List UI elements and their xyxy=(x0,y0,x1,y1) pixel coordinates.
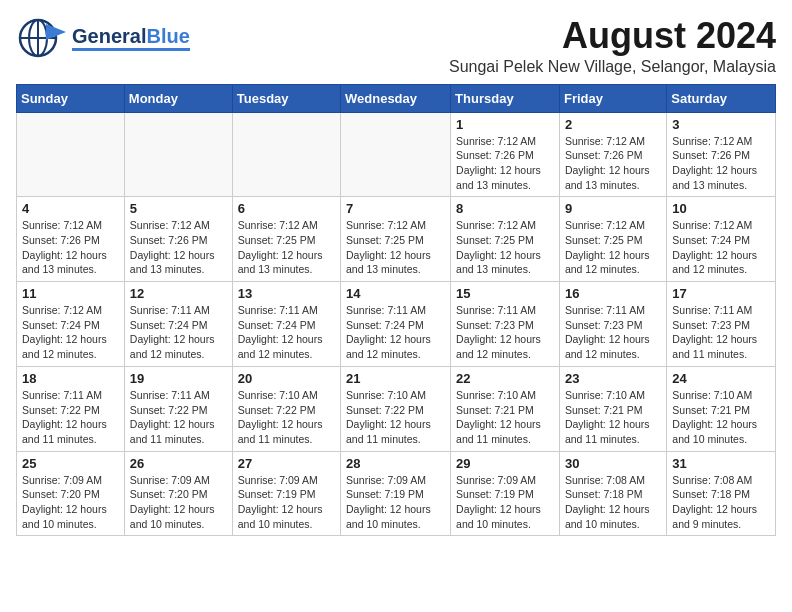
day-number: 15 xyxy=(456,286,554,301)
day-number: 14 xyxy=(346,286,445,301)
day-info: Sunrise: 7:11 AM Sunset: 7:23 PM Dayligh… xyxy=(672,303,770,362)
calendar-day-cell: 9Sunrise: 7:12 AM Sunset: 7:25 PM Daylig… xyxy=(559,197,666,282)
calendar-header-thursday: Thursday xyxy=(451,84,560,112)
day-info: Sunrise: 7:10 AM Sunset: 7:21 PM Dayligh… xyxy=(456,388,554,447)
day-number: 8 xyxy=(456,201,554,216)
day-info: Sunrise: 7:12 AM Sunset: 7:26 PM Dayligh… xyxy=(456,134,554,193)
day-number: 16 xyxy=(565,286,661,301)
day-info: Sunrise: 7:10 AM Sunset: 7:21 PM Dayligh… xyxy=(672,388,770,447)
calendar-header-tuesday: Tuesday xyxy=(232,84,340,112)
calendar-day-cell: 14Sunrise: 7:11 AM Sunset: 7:24 PM Dayli… xyxy=(341,282,451,367)
day-number: 20 xyxy=(238,371,335,386)
day-info: Sunrise: 7:10 AM Sunset: 7:21 PM Dayligh… xyxy=(565,388,661,447)
page-header: GeneralBlue August 2024 Sungai Pelek New… xyxy=(16,16,776,76)
calendar-day-cell: 21Sunrise: 7:10 AM Sunset: 7:22 PM Dayli… xyxy=(341,366,451,451)
calendar-day-cell: 19Sunrise: 7:11 AM Sunset: 7:22 PM Dayli… xyxy=(124,366,232,451)
calendar-day-cell: 11Sunrise: 7:12 AM Sunset: 7:24 PM Dayli… xyxy=(17,282,125,367)
day-number: 3 xyxy=(672,117,770,132)
day-number: 13 xyxy=(238,286,335,301)
calendar-day-cell: 29Sunrise: 7:09 AM Sunset: 7:19 PM Dayli… xyxy=(451,451,560,536)
calendar-day-cell: 17Sunrise: 7:11 AM Sunset: 7:23 PM Dayli… xyxy=(667,282,776,367)
day-info: Sunrise: 7:09 AM Sunset: 7:19 PM Dayligh… xyxy=(456,473,554,532)
calendar-day-cell: 15Sunrise: 7:11 AM Sunset: 7:23 PM Dayli… xyxy=(451,282,560,367)
day-number: 11 xyxy=(22,286,119,301)
calendar-day-cell: 6Sunrise: 7:12 AM Sunset: 7:25 PM Daylig… xyxy=(232,197,340,282)
day-info: Sunrise: 7:09 AM Sunset: 7:19 PM Dayligh… xyxy=(346,473,445,532)
calendar-day-cell: 7Sunrise: 7:12 AM Sunset: 7:25 PM Daylig… xyxy=(341,197,451,282)
calendar-header-wednesday: Wednesday xyxy=(341,84,451,112)
day-number: 29 xyxy=(456,456,554,471)
day-number: 25 xyxy=(22,456,119,471)
calendar-day-cell: 18Sunrise: 7:11 AM Sunset: 7:22 PM Dayli… xyxy=(17,366,125,451)
day-number: 31 xyxy=(672,456,770,471)
calendar-day-cell: 24Sunrise: 7:10 AM Sunset: 7:21 PM Dayli… xyxy=(667,366,776,451)
calendar-table: SundayMondayTuesdayWednesdayThursdayFrid… xyxy=(16,84,776,537)
day-info: Sunrise: 7:09 AM Sunset: 7:20 PM Dayligh… xyxy=(22,473,119,532)
title-block: August 2024 Sungai Pelek New Village, Se… xyxy=(449,16,776,76)
day-info: Sunrise: 7:12 AM Sunset: 7:26 PM Dayligh… xyxy=(565,134,661,193)
calendar-day-cell xyxy=(232,112,340,197)
calendar-day-cell: 4Sunrise: 7:12 AM Sunset: 7:26 PM Daylig… xyxy=(17,197,125,282)
day-info: Sunrise: 7:09 AM Sunset: 7:20 PM Dayligh… xyxy=(130,473,227,532)
calendar-day-cell xyxy=(341,112,451,197)
day-number: 24 xyxy=(672,371,770,386)
calendar-day-cell: 8Sunrise: 7:12 AM Sunset: 7:25 PM Daylig… xyxy=(451,197,560,282)
day-info: Sunrise: 7:12 AM Sunset: 7:25 PM Dayligh… xyxy=(565,218,661,277)
logo-general: General xyxy=(72,25,146,47)
day-number: 5 xyxy=(130,201,227,216)
calendar-day-cell: 26Sunrise: 7:09 AM Sunset: 7:20 PM Dayli… xyxy=(124,451,232,536)
calendar-day-cell: 12Sunrise: 7:11 AM Sunset: 7:24 PM Dayli… xyxy=(124,282,232,367)
calendar-day-cell: 13Sunrise: 7:11 AM Sunset: 7:24 PM Dayli… xyxy=(232,282,340,367)
day-number: 6 xyxy=(238,201,335,216)
calendar-week-row-4: 18Sunrise: 7:11 AM Sunset: 7:22 PM Dayli… xyxy=(17,366,776,451)
calendar-day-cell: 20Sunrise: 7:10 AM Sunset: 7:22 PM Dayli… xyxy=(232,366,340,451)
day-number: 23 xyxy=(565,371,661,386)
day-number: 1 xyxy=(456,117,554,132)
calendar-day-cell: 27Sunrise: 7:09 AM Sunset: 7:19 PM Dayli… xyxy=(232,451,340,536)
day-number: 10 xyxy=(672,201,770,216)
calendar-week-row-1: 1Sunrise: 7:12 AM Sunset: 7:26 PM Daylig… xyxy=(17,112,776,197)
day-number: 30 xyxy=(565,456,661,471)
day-number: 28 xyxy=(346,456,445,471)
day-info: Sunrise: 7:12 AM Sunset: 7:24 PM Dayligh… xyxy=(22,303,119,362)
calendar-day-cell: 16Sunrise: 7:11 AM Sunset: 7:23 PM Dayli… xyxy=(559,282,666,367)
calendar-week-row-5: 25Sunrise: 7:09 AM Sunset: 7:20 PM Dayli… xyxy=(17,451,776,536)
day-number: 19 xyxy=(130,371,227,386)
main-title: August 2024 xyxy=(449,16,776,56)
calendar-header-friday: Friday xyxy=(559,84,666,112)
calendar-day-cell: 23Sunrise: 7:10 AM Sunset: 7:21 PM Dayli… xyxy=(559,366,666,451)
day-info: Sunrise: 7:11 AM Sunset: 7:24 PM Dayligh… xyxy=(238,303,335,362)
day-info: Sunrise: 7:09 AM Sunset: 7:19 PM Dayligh… xyxy=(238,473,335,532)
day-number: 4 xyxy=(22,201,119,216)
calendar-day-cell: 1Sunrise: 7:12 AM Sunset: 7:26 PM Daylig… xyxy=(451,112,560,197)
day-info: Sunrise: 7:08 AM Sunset: 7:18 PM Dayligh… xyxy=(672,473,770,532)
logo: GeneralBlue xyxy=(16,16,190,60)
day-info: Sunrise: 7:12 AM Sunset: 7:24 PM Dayligh… xyxy=(672,218,770,277)
day-number: 12 xyxy=(130,286,227,301)
calendar-day-cell xyxy=(124,112,232,197)
day-info: Sunrise: 7:11 AM Sunset: 7:22 PM Dayligh… xyxy=(130,388,227,447)
calendar-day-cell: 28Sunrise: 7:09 AM Sunset: 7:19 PM Dayli… xyxy=(341,451,451,536)
day-info: Sunrise: 7:12 AM Sunset: 7:25 PM Dayligh… xyxy=(456,218,554,277)
day-info: Sunrise: 7:12 AM Sunset: 7:26 PM Dayligh… xyxy=(672,134,770,193)
calendar-week-row-3: 11Sunrise: 7:12 AM Sunset: 7:24 PM Dayli… xyxy=(17,282,776,367)
day-info: Sunrise: 7:11 AM Sunset: 7:24 PM Dayligh… xyxy=(130,303,227,362)
calendar-day-cell: 30Sunrise: 7:08 AM Sunset: 7:18 PM Dayli… xyxy=(559,451,666,536)
day-info: Sunrise: 7:12 AM Sunset: 7:26 PM Dayligh… xyxy=(130,218,227,277)
day-number: 7 xyxy=(346,201,445,216)
subtitle: Sungai Pelek New Village, Selangor, Mala… xyxy=(449,58,776,76)
day-number: 2 xyxy=(565,117,661,132)
calendar-header-saturday: Saturday xyxy=(667,84,776,112)
globe-icon xyxy=(16,16,68,60)
day-info: Sunrise: 7:11 AM Sunset: 7:24 PM Dayligh… xyxy=(346,303,445,362)
calendar-day-cell: 3Sunrise: 7:12 AM Sunset: 7:26 PM Daylig… xyxy=(667,112,776,197)
day-number: 18 xyxy=(22,371,119,386)
day-info: Sunrise: 7:12 AM Sunset: 7:25 PM Dayligh… xyxy=(238,218,335,277)
day-number: 21 xyxy=(346,371,445,386)
calendar-day-cell: 25Sunrise: 7:09 AM Sunset: 7:20 PM Dayli… xyxy=(17,451,125,536)
day-info: Sunrise: 7:10 AM Sunset: 7:22 PM Dayligh… xyxy=(346,388,445,447)
calendar-header-sunday: Sunday xyxy=(17,84,125,112)
calendar-day-cell: 10Sunrise: 7:12 AM Sunset: 7:24 PM Dayli… xyxy=(667,197,776,282)
day-number: 17 xyxy=(672,286,770,301)
day-number: 26 xyxy=(130,456,227,471)
